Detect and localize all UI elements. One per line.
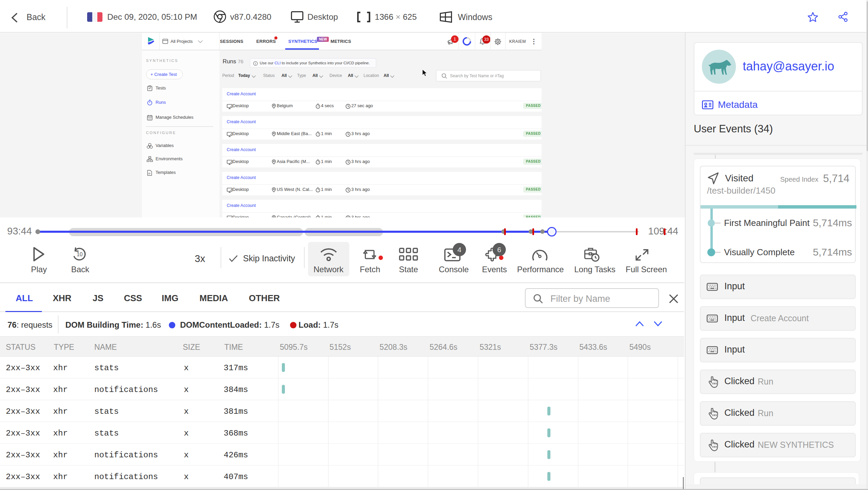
svg-text:10: 10	[77, 251, 83, 257]
